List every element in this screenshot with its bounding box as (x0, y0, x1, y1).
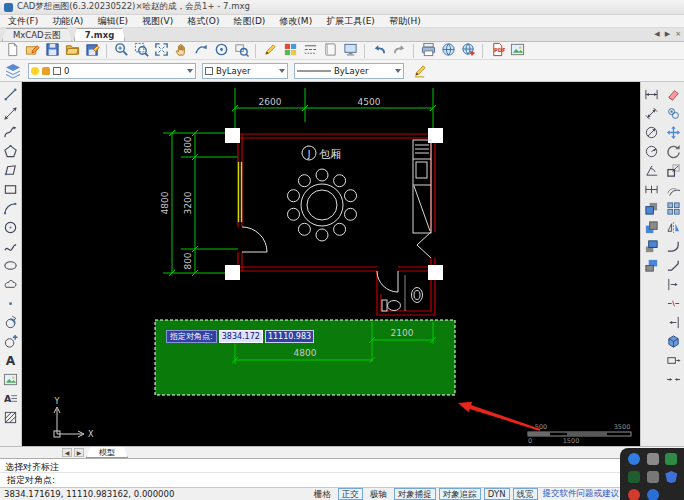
mirror-button[interactable] (664, 220, 682, 236)
pencil-button[interactable] (261, 43, 279, 59)
dim-angular-button[interactable] (643, 163, 661, 179)
toggle-对象捕捉[interactable]: 对象捕捉 (394, 488, 436, 500)
copy-button[interactable] (664, 106, 682, 122)
layer-manager-button[interactable] (4, 63, 22, 79)
line-button[interactable] (2, 87, 20, 103)
draworder-below-button[interactable] (643, 258, 661, 274)
closed-polyline-button[interactable] (2, 163, 20, 179)
block-create-button[interactable] (2, 334, 20, 350)
toggle-正交[interactable]: 正交 (338, 488, 363, 500)
arc-button[interactable] (2, 201, 20, 217)
scale-button[interactable] (664, 163, 682, 179)
extend-button[interactable] (664, 277, 682, 293)
move-button[interactable] (664, 125, 682, 141)
menu-item-4[interactable]: 格式(O) (187, 15, 219, 28)
layout-next-button[interactable]: ▶ (74, 448, 84, 457)
draworder-above-button[interactable] (643, 239, 661, 255)
document-tab-0[interactable]: MxCAD云图 (2, 28, 72, 41)
open-folder-button[interactable] (63, 43, 81, 59)
construction-line-button[interactable] (2, 106, 20, 122)
array-button[interactable] (664, 201, 682, 217)
tab-next-button[interactable]: ▶ (665, 30, 670, 38)
menu-item-5[interactable]: 绘图(D) (233, 15, 265, 28)
draworder-front-button[interactable] (643, 201, 661, 217)
menu-item-3[interactable]: 视图(V) (142, 15, 173, 28)
layout-prev-button[interactable]: ◀ (62, 448, 72, 457)
ellipse-button[interactable] (2, 258, 20, 274)
undo-button[interactable] (370, 43, 388, 59)
tab-close-button[interactable]: × (675, 30, 681, 38)
tab-model[interactable]: 模型 (86, 447, 128, 458)
bluetooth-icon[interactable] (628, 453, 640, 465)
toggle-DYN[interactable]: DYN (484, 488, 510, 500)
dim-continue-button[interactable] (643, 182, 661, 198)
color-select[interactable]: ByLayer (202, 63, 288, 79)
monitor-save-button[interactable] (341, 43, 359, 59)
erase-button[interactable] (664, 87, 682, 103)
break-button[interactable] (664, 296, 682, 312)
dynamic-input-y[interactable]: 11110.983 (265, 330, 314, 343)
open-edit-button[interactable] (23, 43, 41, 59)
polyline-button[interactable] (2, 125, 20, 141)
trim-button[interactable] (664, 315, 682, 331)
new-file-button[interactable] (3, 43, 21, 59)
toggle-对象追踪[interactable]: 对象追踪 (439, 488, 481, 500)
stretch-button[interactable] (664, 353, 682, 369)
palette-button[interactable] (281, 43, 299, 59)
offset-button[interactable] (664, 182, 682, 198)
text-button[interactable]: A (2, 353, 20, 369)
web-globe2-button[interactable] (459, 43, 477, 59)
fillet-button[interactable] (664, 239, 682, 255)
circle-button[interactable] (2, 220, 20, 236)
screenshot-icon[interactable] (628, 471, 640, 483)
chamfer-button[interactable] (664, 258, 682, 274)
zoom-in-button[interactable] (112, 43, 130, 59)
save-button[interactable] (43, 43, 61, 59)
match-properties-button[interactable] (410, 63, 428, 79)
game-center-icon[interactable] (665, 453, 677, 465)
command-line[interactable]: 选择对齐标注 指定对角点: (0, 458, 684, 487)
zoom-circle-button[interactable] (212, 43, 230, 59)
save-as-button[interactable] (83, 43, 101, 59)
rotate-button[interactable] (664, 144, 682, 160)
pdf-export-button[interactable]: PDF (488, 43, 506, 59)
explode-button[interactable] (664, 334, 682, 350)
spline-button[interactable] (2, 239, 20, 255)
menu-item-7[interactable]: 扩展工具(E) (326, 15, 375, 28)
menu-item-2[interactable]: 编辑(E) (97, 15, 128, 28)
menu-item-6[interactable]: 修改(M) (279, 15, 312, 28)
pan-button[interactable] (172, 43, 190, 59)
dynamic-input-x[interactable]: 3834.172 (219, 330, 263, 343)
point-button[interactable] (2, 296, 20, 312)
redo-button[interactable] (390, 43, 408, 59)
feedback-link[interactable]: 提交软件问题或建议 (543, 488, 620, 500)
revision-cloud-button[interactable] (2, 277, 20, 293)
image-insert-button[interactable] (2, 372, 20, 388)
record-icon[interactable] (628, 489, 640, 500)
mtext-button[interactable]: A (2, 391, 20, 407)
polygon-button[interactable] (2, 144, 20, 160)
linetype-list-button[interactable] (301, 43, 319, 59)
web-globe-button[interactable] (439, 43, 457, 59)
image-insert-button[interactable] (508, 43, 526, 59)
zoom-previous-button[interactable] (192, 43, 210, 59)
dim-diameter-button[interactable] (643, 125, 661, 141)
zoom-window-button[interactable] (132, 43, 150, 59)
dim-linear-button[interactable] (643, 87, 661, 103)
draworder-back-button[interactable] (643, 220, 661, 236)
dim-radius-button[interactable] (643, 144, 661, 160)
menu-item-0[interactable]: 文件(F) (8, 15, 38, 28)
toggle-极轴[interactable]: 极轴 (366, 488, 391, 500)
zoom-extents-button[interactable] (152, 43, 170, 59)
toggle-线宽[interactable]: 线宽 (513, 488, 538, 500)
browser-icon[interactable] (647, 489, 659, 500)
join-button[interactable] (664, 372, 682, 388)
hatch-button[interactable] (2, 410, 20, 426)
linetype-select[interactable]: ByLayer (294, 63, 404, 79)
zoom-object-button[interactable] (232, 43, 250, 59)
menu-item-1[interactable]: 功能(A) (52, 15, 83, 28)
layer-select[interactable]: 0 (28, 63, 196, 79)
command-prompt[interactable]: 指定对角点: (0, 473, 684, 487)
block-insert-button[interactable] (2, 315, 20, 331)
menu-item-8[interactable]: 帮助(H) (389, 15, 421, 28)
